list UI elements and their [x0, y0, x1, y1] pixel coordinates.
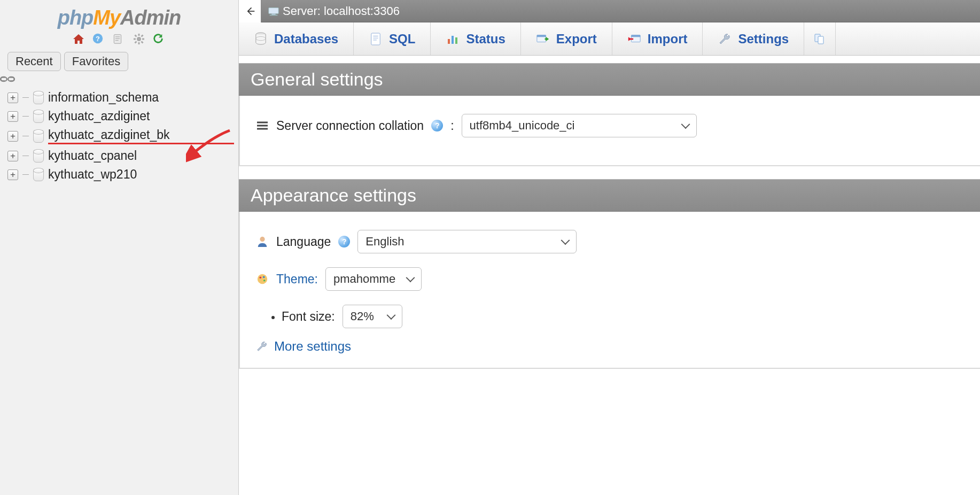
colon: :: [450, 119, 454, 133]
tab-databases[interactable]: Databases: [239, 22, 354, 55]
svg-line-14: [135, 42, 136, 43]
db-item-information-schema[interactable]: + information_schema: [7, 88, 234, 107]
svg-text:?: ?: [96, 35, 100, 43]
tab-label: Databases: [274, 32, 338, 47]
svg-line-12: [141, 42, 143, 43]
sidebar: phpMyAdmin ? Recent Favorites +: [0, 0, 239, 495]
font-size-label: Font size:: [282, 310, 335, 324]
tab-sql[interactable]: SQL: [354, 22, 431, 55]
collation-row: Server connection collation ? : utf8mb4_…: [256, 114, 966, 137]
theme-label[interactable]: Theme:: [276, 272, 318, 287]
db-label: kythuatc_wp210: [48, 167, 234, 182]
tab-label: SQL: [389, 32, 415, 47]
app-logo: phpMyAdmin: [0, 6, 238, 29]
database-icon: [33, 150, 44, 163]
db-item-kythuatc-azdiginet[interactable]: + kythuatc_azdiginet: [7, 107, 234, 126]
more-settings-label: More settings: [274, 339, 351, 354]
sidebar-quick-icons: ?: [0, 33, 238, 47]
db-label: kythuatc_azdiginet: [48, 109, 234, 123]
svg-rect-2: [114, 35, 121, 44]
svg-rect-23: [371, 33, 380, 45]
db-label: information_schema: [48, 90, 234, 105]
help-icon[interactable]: ?: [92, 33, 106, 47]
database-tree: + information_schema + kythuatc_azdigine…: [0, 86, 238, 184]
font-size-row: Font size: 82%: [282, 305, 966, 328]
database-icon: [33, 168, 44, 181]
svg-point-43: [258, 274, 267, 284]
db-item-kythuatc-cpanel[interactable]: + kythuatc_cpanel: [7, 146, 234, 165]
recent-tab[interactable]: Recent: [7, 52, 61, 71]
tree-connector: [22, 156, 29, 156]
db-item-kythuatc-azdiginet-bk[interactable]: + kythuatc_azdiginet_bk: [7, 126, 234, 146]
db-label: kythuatc_cpanel: [48, 149, 234, 163]
collation-label: Server connection collation: [276, 119, 424, 133]
db-item-kythuatc-wp210[interactable]: + kythuatc_wp210: [7, 165, 234, 184]
tab-status[interactable]: Status: [431, 22, 520, 55]
wrench-icon: [718, 32, 732, 46]
tab-label: Status: [466, 32, 505, 47]
svg-rect-27: [448, 39, 450, 44]
sql-doc-icon: [369, 32, 383, 46]
top-tab-bar: Databases SQL Status Export Import: [239, 22, 980, 56]
db-label: kythuatc_azdiginet_bk: [48, 128, 234, 144]
svg-marker-32: [546, 37, 549, 41]
svg-rect-29: [455, 37, 457, 44]
svg-rect-34: [631, 35, 640, 37]
expand-icon[interactable]: +: [7, 111, 18, 122]
tab-more[interactable]: [804, 22, 836, 55]
expand-icon[interactable]: +: [7, 151, 18, 161]
appearance-settings-panel: Appearance settings Language ? English: [239, 179, 980, 369]
back-button[interactable]: [239, 0, 261, 22]
svg-point-42: [260, 237, 265, 242]
sql-doc-icon[interactable]: [112, 33, 126, 47]
sidebar-tab-bar: Recent Favorites: [0, 52, 238, 75]
language-value: English: [365, 235, 404, 249]
tab-import[interactable]: Import: [612, 22, 703, 55]
tree-connector: [22, 116, 29, 117]
theme-value: pmahomme: [333, 272, 395, 286]
tab-settings[interactable]: Settings: [703, 22, 804, 55]
help-icon[interactable]: ?: [431, 120, 443, 132]
theme-row: Theme: pmahomme: [256, 267, 966, 291]
logo-part-my: My: [93, 6, 120, 29]
collation-value: utf8mb4_unicode_ci: [470, 119, 575, 133]
main-panel: Server: localhost:3306 Databases SQL Sta…: [239, 0, 980, 495]
panel-title: Appearance settings: [239, 179, 980, 212]
tree-connector: [22, 136, 29, 136]
font-size-select[interactable]: 82%: [343, 305, 402, 328]
gear-icon[interactable]: [133, 33, 146, 47]
favorites-tab[interactable]: Favorites: [64, 52, 128, 71]
server-icon: [268, 6, 279, 17]
breadcrumb-label[interactable]: Server: localhost:3306: [283, 4, 400, 18]
user-icon: [256, 236, 269, 248]
svg-rect-28: [452, 36, 454, 44]
expand-icon[interactable]: +: [7, 169, 18, 180]
more-settings-link[interactable]: More settings: [256, 339, 966, 354]
content-area: General settings Server connection colla…: [239, 56, 980, 495]
expand-icon[interactable]: +: [7, 92, 18, 103]
svg-point-44: [260, 276, 262, 279]
expand-icon[interactable]: +: [7, 131, 18, 142]
theme-select[interactable]: pmahomme: [325, 267, 422, 291]
import-icon: [627, 32, 641, 46]
database-icon: [33, 91, 44, 104]
collation-select[interactable]: utf8mb4_unicode_ci: [462, 114, 697, 137]
database-icon: [33, 110, 44, 123]
tab-export[interactable]: Export: [521, 22, 612, 55]
language-row: Language ? English: [256, 230, 966, 253]
font-size-value: 82%: [351, 310, 374, 323]
database-icon: [254, 32, 268, 46]
font-size-list: Font size: 82%: [256, 305, 966, 328]
reload-icon[interactable]: [152, 33, 166, 47]
status-chart-icon: [446, 32, 460, 46]
export-icon: [536, 32, 550, 46]
svg-line-11: [135, 35, 136, 37]
link-icon[interactable]: [0, 75, 227, 83]
more-tabs-icon: [813, 32, 827, 46]
svg-rect-38: [818, 36, 823, 44]
help-icon[interactable]: ?: [338, 236, 350, 248]
svg-point-6: [137, 37, 141, 41]
language-select[interactable]: English: [357, 230, 577, 253]
home-icon[interactable]: [72, 33, 86, 47]
tree-connector: [22, 174, 29, 175]
